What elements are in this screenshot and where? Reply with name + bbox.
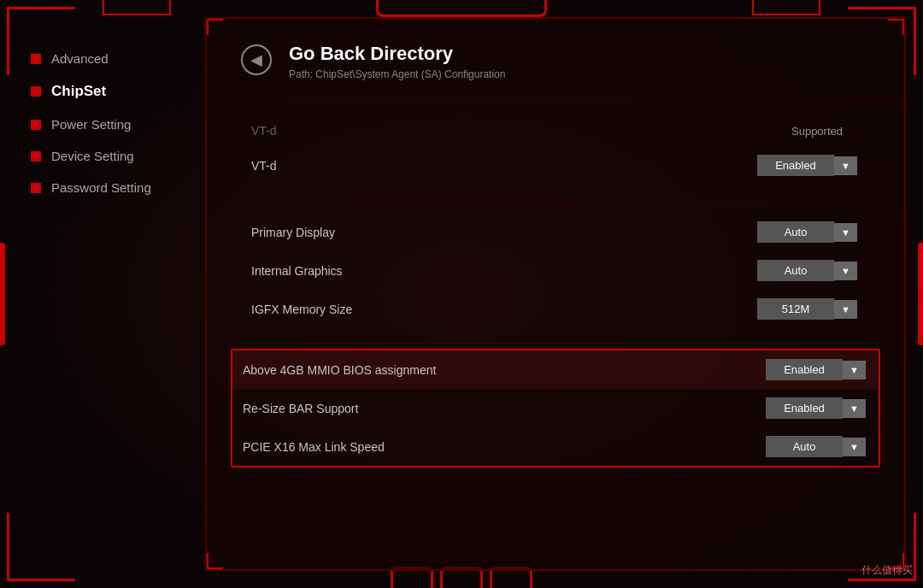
top-notch	[376, 0, 547, 17]
nav-label-device-setting: Device Setting	[51, 149, 134, 163]
nav-indicator-advanced	[31, 54, 41, 64]
content-header: ◀ Go Back Directory Path: ChipSet\System…	[207, 19, 904, 98]
nav-label-chipset: ChipSet	[51, 83, 106, 100]
value-resize-bar: Enabled	[766, 397, 843, 419]
top-left-slot	[103, 0, 171, 15]
value-pcie-x16: Auto	[766, 436, 843, 457]
label-primary-display: Primary Display	[251, 226, 757, 239]
side-line-left	[0, 243, 5, 345]
vtd-header-row: VT-d Supported	[241, 115, 870, 146]
dropdown-internal-graphics[interactable]: Auto ▼	[757, 260, 860, 281]
label-above-4gb: Above 4GB MMIO BIOS assignment	[243, 363, 766, 377]
dropdown-resize-bar[interactable]: Enabled ▼	[766, 397, 868, 419]
value-internal-graphics: Auto	[757, 260, 834, 281]
label-pcie-x16: PCIE X16 Max Link Speed	[243, 440, 766, 454]
setting-row-internal-graphics: Internal Graphics Auto ▼	[241, 251, 870, 290]
display-section: Primary Display Auto ▼ Internal Graphics…	[241, 213, 870, 328]
dropdown-primary-display[interactable]: Auto ▼	[757, 221, 860, 243]
setting-row-primary-display: Primary Display Auto ▼	[241, 213, 870, 251]
nav-items-container: Advanced ChipSet Power Setting Device Se…	[17, 43, 188, 203]
arrow-resize-bar[interactable]: ▼	[843, 399, 866, 418]
vtd-row: VT-d Enabled ▼	[241, 146, 870, 185]
value-igfx-memory-size: 512M	[757, 298, 834, 320]
panel-corner-tr	[888, 18, 905, 35]
vtd-arrow[interactable]: ▼	[834, 156, 857, 175]
sidebar-item-device-setting[interactable]: Device Setting	[17, 140, 188, 172]
content-panel: ◀ Go Back Directory Path: ChipSet\System…	[205, 17, 906, 571]
sidebar-item-password-setting[interactable]: Password Setting	[17, 172, 188, 203]
dropdown-above-4gb[interactable]: Enabled ▼	[766, 359, 868, 380]
panel-corner-tl	[206, 18, 223, 35]
vtd-supported: Supported	[791, 125, 843, 138]
value-above-4gb: Enabled	[766, 359, 843, 380]
nav-indicator-device-setting	[31, 151, 41, 162]
nav-label-advanced: Advanced	[51, 51, 109, 66]
vtd-section: VT-d Supported VT-d Enabled ▼	[241, 115, 870, 185]
arrow-internal-graphics[interactable]: ▼	[834, 262, 857, 280]
value-primary-display: Auto	[757, 221, 834, 243]
label-resize-bar: Re-Size BAR Support	[243, 402, 766, 415]
setting-row-igfx-memory-size: IGFX Memory Size 512M ▼	[241, 290, 870, 328]
sidebar-item-advanced[interactable]: Advanced	[17, 43, 188, 74]
label-internal-graphics: Internal Graphics	[251, 264, 757, 278]
top-right-slot	[752, 0, 820, 15]
setting-row-resize-bar: Re-Size BAR Support Enabled ▼	[232, 389, 879, 427]
arrow-igfx-memory-size[interactable]: ▼	[834, 300, 857, 319]
sidebar: Advanced ChipSet Power Setting Device Se…	[17, 17, 188, 571]
sidebar-item-power-setting[interactable]: Power Setting	[17, 109, 188, 140]
dropdown-igfx-memory-size[interactable]: 512M ▼	[757, 298, 860, 320]
nav-label-password-setting: Password Setting	[51, 180, 151, 195]
label-igfx-memory-size: IGFX Memory Size	[251, 303, 757, 316]
main-layout: Advanced ChipSet Power Setting Device Se…	[17, 17, 906, 571]
arrow-above-4gb[interactable]: ▼	[843, 361, 866, 379]
header-path: Path: ChipSet\System Agent (SA) Configur…	[289, 68, 505, 80]
header-title: Go Back Directory	[289, 43, 505, 65]
content-area: ◀ Go Back Directory Path: ChipSet\System…	[205, 17, 906, 571]
highlighted-section: Above 4GB MMIO BIOS assignment Enabled ▼…	[231, 349, 880, 467]
nav-indicator-power-setting	[31, 120, 41, 130]
dropdown-pcie-x16[interactable]: Auto ▼	[766, 436, 868, 457]
panel-corner-bl	[206, 553, 223, 570]
side-line-right	[918, 243, 923, 345]
sidebar-item-chipset[interactable]: ChipSet	[17, 74, 188, 109]
nav-indicator-password-setting	[31, 183, 41, 193]
divider-1	[241, 205, 870, 206]
nav-indicator-chipset	[31, 86, 41, 97]
back-button[interactable]: ◀	[241, 44, 272, 75]
setting-row-above-4gb: Above 4GB MMIO BIOS assignment Enabled ▼	[232, 350, 879, 389]
settings-content: VT-d Supported VT-d Enabled ▼ Primary Di…	[207, 98, 904, 485]
arrow-pcie-x16[interactable]: ▼	[843, 438, 866, 456]
vtd-label: VT-d	[251, 159, 757, 173]
setting-row-pcie-x16: PCIE X16 Max Link Speed Auto ▼	[232, 427, 879, 466]
header-text: Go Back Directory Path: ChipSet\System A…	[289, 43, 505, 80]
watermark: 什么值得买	[861, 563, 913, 578]
vtd-label-disabled: VT-d	[251, 124, 791, 138]
vtd-dropdown[interactable]: Enabled ▼	[757, 155, 860, 176]
arrow-primary-display[interactable]: ▼	[834, 223, 857, 242]
vtd-value: Enabled	[757, 155, 834, 176]
nav-label-power-setting: Power Setting	[51, 117, 131, 132]
back-icon: ◀	[250, 50, 262, 69]
